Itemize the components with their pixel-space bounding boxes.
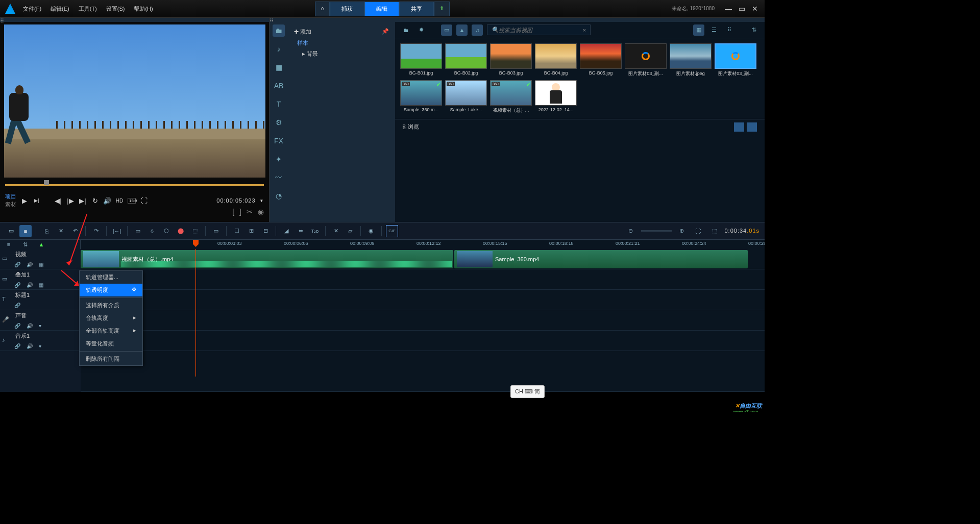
ctx-normalize-audio[interactable]: 等量化音频 bbox=[80, 337, 142, 350]
track-lanes[interactable]: 视频素材（总）.mp4 Sample_360.mp4 bbox=[81, 249, 765, 392]
settings-category-icon[interactable]: ⚙ bbox=[273, 116, 285, 129]
zoom-in-icon[interactable]: ⊕ bbox=[676, 225, 688, 237]
library-drag-handle[interactable]: ⠿ bbox=[270, 18, 765, 22]
menu-help[interactable]: 帮助(H) bbox=[134, 5, 153, 13]
footer-toggle-2[interactable] bbox=[747, 122, 757, 132]
redo-icon[interactable]: ↷ bbox=[90, 225, 102, 237]
track-header-title1[interactable]: T 标题1 🔗 bbox=[0, 290, 81, 310]
grid-icon[interactable]: ▦ bbox=[39, 262, 43, 267]
goto-start-button[interactable]: ▶| bbox=[33, 198, 41, 203]
video-clip-1[interactable]: 视频素材（总）.mp4 bbox=[81, 250, 453, 268]
snapshot-icon[interactable]: ◉ bbox=[258, 208, 264, 216]
ctx-remove-gaps[interactable]: 删除所有间隔 bbox=[80, 353, 142, 365]
tl-gif-icon[interactable]: GIF bbox=[386, 225, 398, 237]
media-category-icon[interactable]: 🖿 bbox=[273, 24, 285, 37]
tl-3d-icon[interactable]: T₃ᴅ bbox=[309, 225, 321, 237]
undo-icon[interactable]: ↶ bbox=[69, 225, 81, 237]
chevron-down-icon[interactable]: ▾ bbox=[39, 323, 41, 329]
mark-out-icon[interactable]: ] bbox=[239, 208, 241, 216]
track-header-music1[interactable]: ♪ 音乐1 🔗 🔊 ▾ bbox=[0, 331, 81, 351]
thumb-item[interactable]: 2022-12-02_14... bbox=[535, 80, 577, 114]
timeline-timecode[interactable]: 0:00:34.01s bbox=[725, 228, 760, 234]
next-button[interactable]: |▶ bbox=[66, 197, 75, 205]
tl-tool-12-icon[interactable]: ⊟ bbox=[259, 225, 272, 237]
thumb-item[interactable]: 360✔Sample_360.m... bbox=[400, 80, 442, 114]
link-icon[interactable]: 🔗 bbox=[14, 323, 20, 329]
thumb-item[interactable]: 图片素材03_副... bbox=[715, 43, 756, 77]
maximize-button[interactable]: ▭ bbox=[737, 5, 746, 13]
tl-tool-2-icon[interactable]: ✕ bbox=[55, 225, 67, 237]
zoom-slider[interactable] bbox=[641, 230, 672, 232]
menu-edit[interactable]: 编辑(E) bbox=[51, 5, 69, 13]
browse-icon[interactable]: ⎘ 浏览 bbox=[403, 123, 419, 131]
search-input[interactable] bbox=[499, 27, 583, 33]
path-category-icon[interactable]: 〰 bbox=[273, 171, 285, 184]
end-button[interactable]: ▶| bbox=[79, 197, 87, 205]
thumb-item[interactable]: 360Sample_Lake... bbox=[445, 80, 487, 114]
audio-category-icon[interactable]: ♪ bbox=[273, 43, 285, 55]
mute-icon[interactable]: 🔊 bbox=[27, 262, 33, 267]
thumb-item[interactable]: BG-B05.jpg bbox=[580, 43, 622, 77]
zoom-out-icon[interactable]: ⊖ bbox=[625, 225, 637, 237]
preview-mode-toggle[interactable]: 项目 素材 bbox=[5, 193, 16, 208]
volume-button[interactable]: 🔊 bbox=[103, 197, 111, 205]
link-icon[interactable]: 🔗 bbox=[14, 262, 20, 267]
capture-tab[interactable]: 捕获 bbox=[330, 2, 364, 16]
ctx-audio-height[interactable]: 音轨高度▸ bbox=[80, 312, 142, 325]
ctx-track-manager[interactable]: 轨道管理器... bbox=[80, 271, 142, 284]
ime-indicator[interactable]: CH ⌨ 简 bbox=[510, 385, 545, 398]
thumb-item[interactable]: 360✔视频素材（总）... bbox=[490, 80, 532, 114]
tl-tool-7-icon[interactable]: ⬤ bbox=[175, 225, 187, 237]
track-header-voice[interactable]: 🎤 声音 🔗 🔊 ▾ bbox=[0, 310, 81, 331]
preview-scrubber[interactable] bbox=[5, 180, 264, 190]
storyboard-view-icon[interactable]: ▭ bbox=[5, 225, 17, 237]
minimize-button[interactable]: — bbox=[724, 5, 733, 13]
tools-category-icon[interactable]: ✦ bbox=[273, 153, 285, 165]
import-icon[interactable]: 🖿 bbox=[400, 24, 411, 36]
view-list-icon[interactable]: ☰ bbox=[708, 24, 720, 36]
tl-tool-15-icon[interactable]: ✕ bbox=[330, 225, 342, 237]
filter-image-icon[interactable]: ▲ bbox=[456, 24, 468, 36]
menu-file[interactable]: 文件(F) bbox=[23, 5, 41, 13]
thumb-item[interactable]: BG-B02.jpg bbox=[445, 43, 487, 77]
sort-icon[interactable]: ⇅ bbox=[748, 24, 760, 36]
tl-tool-13-icon[interactable]: ◢ bbox=[280, 225, 292, 237]
zoom-fit-icon[interactable]: ⛶ bbox=[692, 225, 704, 237]
tl-tool-10-icon[interactable]: ☐ bbox=[231, 225, 243, 237]
filter-video-icon[interactable]: ▭ bbox=[441, 24, 452, 36]
upload-tab[interactable]: ⬆ bbox=[434, 2, 450, 16]
link-icon[interactable]: 🔗 bbox=[14, 303, 20, 308]
aspect-toggle[interactable]: 16:9 bbox=[128, 198, 136, 204]
tracking-category-icon[interactable]: ◔ bbox=[273, 190, 285, 202]
thumb-item[interactable]: BG-B01.jpg bbox=[400, 43, 442, 77]
ctx-track-opacity[interactable]: 轨透明度✥ bbox=[80, 284, 142, 296]
thumb-item[interactable]: BG-B03.jpg bbox=[490, 43, 532, 77]
zoom-fit2-icon[interactable]: ⬚ bbox=[708, 225, 721, 237]
track-header-video[interactable]: ▭ 视频 🔗 🔊 ▦ bbox=[0, 249, 81, 269]
close-button[interactable]: ✕ bbox=[750, 5, 760, 13]
edit-tab[interactable]: 编辑 bbox=[364, 2, 399, 16]
cut-icon[interactable]: ✂ bbox=[247, 208, 253, 216]
mute-icon[interactable]: 🔊 bbox=[27, 323, 33, 329]
preview-drag-handle[interactable]: ⠿ bbox=[0, 18, 269, 22]
view-grid-icon[interactable]: ⠿ bbox=[724, 24, 735, 36]
prev-button[interactable]: ◀| bbox=[54, 197, 62, 205]
mark-in-icon[interactable]: [ bbox=[232, 208, 234, 216]
transition-category-icon[interactable]: AB bbox=[273, 80, 285, 92]
play-button[interactable]: ▶ bbox=[20, 197, 29, 205]
clear-search-icon[interactable]: × bbox=[583, 27, 586, 33]
playhead[interactable] bbox=[195, 249, 196, 377]
tl-tool-6-icon[interactable]: ⬡ bbox=[160, 225, 173, 237]
template-category-icon[interactable]: ▦ bbox=[273, 61, 285, 73]
mute-icon[interactable]: 🔊 bbox=[27, 343, 33, 349]
preview-canvas[interactable] bbox=[4, 24, 265, 178]
gear-icon[interactable]: ✹ bbox=[415, 24, 427, 36]
loop-button[interactable]: ↻ bbox=[91, 197, 99, 205]
tl-tool-4-icon[interactable]: ▭ bbox=[132, 225, 144, 237]
timeline-view-icon[interactable]: ≡ bbox=[19, 225, 32, 237]
view-large-icon[interactable]: ▦ bbox=[693, 24, 704, 36]
title-category-icon[interactable]: T bbox=[273, 98, 285, 110]
chevron-down-icon[interactable]: ▾ bbox=[39, 343, 41, 349]
tl-tool-9-icon[interactable]: ▭ bbox=[210, 225, 222, 237]
search-box[interactable]: 🔍 × bbox=[487, 24, 591, 35]
